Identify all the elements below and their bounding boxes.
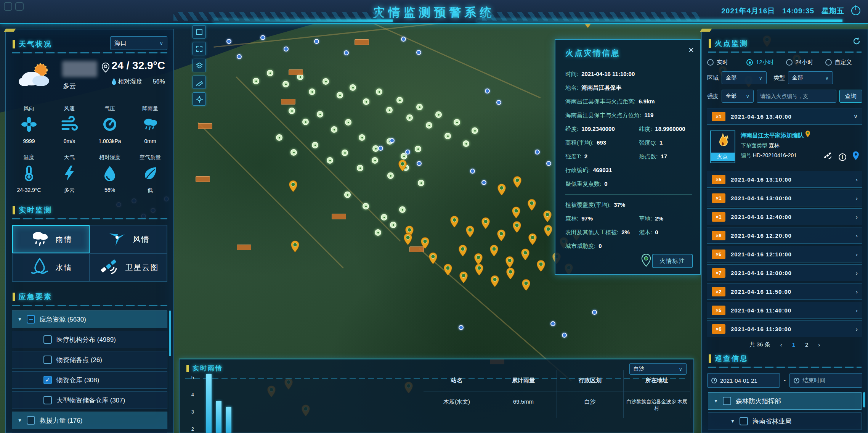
warehouse-pin-marker[interactable]: [290, 240, 300, 253]
chevron-right-icon[interactable]: ›: [856, 251, 858, 258]
chevron-right-icon[interactable]: ›: [856, 232, 858, 239]
monitor-station-marker[interactable]: [416, 104, 423, 110]
monitor-station-marker[interactable]: [317, 111, 323, 118]
power-icon[interactable]: [851, 6, 860, 15]
radio-自定义[interactable]: 自定义: [825, 59, 862, 66]
monitor-station-marker[interactable]: [363, 203, 369, 209]
scrollbar[interactable]: [169, 311, 171, 425]
monitor-station-marker[interactable]: [345, 119, 351, 126]
warehouse-pin-marker[interactable]: [450, 216, 459, 228]
satellite-icon[interactable]: [823, 151, 833, 163]
checkbox-unchecked[interactable]: [723, 397, 731, 405]
monitor-station-marker[interactable]: [381, 214, 387, 221]
monitor-station-marker[interactable]: [444, 133, 451, 139]
monitor-button-雨情[interactable]: 雨情: [12, 225, 90, 253]
chevron-right-icon[interactable]: ›: [856, 214, 858, 220]
radio-24小时[interactable]: 24小时: [786, 59, 823, 66]
poi-marker[interactable]: [485, 89, 490, 93]
info-icon[interactable]: i: [839, 153, 846, 161]
chevron-right-icon[interactable]: ›: [856, 195, 858, 201]
checkbox-unchecked[interactable]: [43, 356, 52, 364]
poi-marker[interactable]: [416, 50, 421, 55]
monitor-station-marker[interactable]: [372, 157, 378, 164]
tree-item[interactable]: ✓ 物资仓库 (308): [12, 371, 167, 389]
monitor-station-marker[interactable]: [309, 89, 315, 95]
monitor-station-marker[interactable]: [406, 114, 413, 121]
warehouse-pin-marker[interactable]: [512, 206, 521, 219]
warehouse-pin-marker[interactable]: [521, 248, 530, 261]
intensity-select[interactable]: 全部∨: [722, 90, 754, 103]
monitor-station-marker[interactable]: [376, 89, 382, 95]
monitor-station-marker[interactable]: [302, 119, 309, 125]
monitor-station-marker[interactable]: [290, 149, 297, 156]
tree-item[interactable]: ▼ 森林防火指挥部: [708, 392, 862, 410]
city-select[interactable]: 海口∨: [110, 36, 167, 50]
monitor-station-marker[interactable]: [426, 122, 432, 129]
app-icon-2[interactable]: [15, 2, 24, 11]
chevron-right-icon[interactable]: ›: [856, 326, 858, 332]
monitor-station-marker[interactable]: [276, 134, 282, 141]
monitor-station-marker[interactable]: [282, 81, 289, 87]
warehouse-pin-marker[interactable]: [398, 159, 407, 172]
measure-icon[interactable]: [193, 76, 206, 89]
monitor-station-marker[interactable]: [415, 146, 421, 152]
poi-marker[interactable]: [496, 100, 501, 105]
monitor-station-marker[interactable]: [253, 78, 259, 84]
warehouse-pin-marker[interactable]: [403, 233, 412, 245]
poi-marker[interactable]: [459, 325, 464, 330]
poi-marker[interactable]: [226, 39, 231, 44]
monitor-station-marker[interactable]: [435, 111, 442, 118]
fire-list-item[interactable]: ×5 2021-04-16 11:40:00 ›: [707, 302, 862, 319]
warehouse-pin-marker[interactable]: [528, 233, 537, 245]
poi-marker[interactable]: [562, 333, 567, 338]
monitor-station-marker[interactable]: [396, 97, 403, 103]
monitor-station-marker[interactable]: [289, 108, 295, 114]
poi-marker[interactable]: [401, 37, 406, 42]
checkbox-unchecked[interactable]: [43, 335, 52, 344]
poi-marker[interactable]: [481, 180, 486, 185]
fire-mark-button[interactable]: 火情标注: [652, 254, 693, 268]
poi-marker[interactable]: [390, 138, 395, 143]
monitor-station-marker[interactable]: [357, 165, 363, 171]
fire-list-item[interactable]: ×1 2021-04-16 13:40:00 ∨: [707, 108, 862, 125]
poi-marker[interactable]: [344, 50, 349, 55]
monitor-station-marker[interactable]: [322, 78, 329, 85]
region-select[interactable]: 全部∨: [722, 71, 767, 84]
rain-table-row[interactable]: 木屐(水文)69.5mm白沙白沙黎族自治县金波乡 木屐村: [424, 391, 690, 418]
monitor-station-marker[interactable]: [344, 192, 351, 198]
warehouse-pin-marker[interactable]: [443, 264, 452, 276]
warehouse-pin-marker[interactable]: [513, 176, 522, 188]
warehouse-pin-marker[interactable]: [289, 180, 298, 192]
locate-pin-icon[interactable]: [852, 151, 859, 163]
fire-list-item[interactable]: ×7 2021-04-16 12:00:00 ›: [707, 264, 862, 281]
poi-marker[interactable]: [470, 169, 475, 174]
type-select[interactable]: 全部∨: [788, 71, 833, 84]
poi-marker[interactable]: [550, 321, 555, 326]
fire-list-item[interactable]: ×6 2021-04-16 11:30:00 ›: [707, 320, 862, 337]
locate-icon[interactable]: [193, 92, 206, 106]
warehouse-pin-marker[interactable]: [543, 210, 552, 222]
close-icon[interactable]: ×: [688, 45, 694, 55]
fire-list-item[interactable]: ×1 2021-04-16 13:00:00 ›: [707, 190, 862, 206]
monitor-station-marker[interactable]: [399, 206, 406, 213]
warehouse-pin-marker[interactable]: [497, 229, 506, 241]
chevron-right-icon[interactable]: ›: [856, 288, 858, 295]
next-page-icon[interactable]: ›: [818, 341, 820, 348]
monitor-station-marker[interactable]: [342, 150, 348, 156]
poi-marker[interactable]: [592, 310, 597, 315]
warehouse-pin-marker[interactable]: [428, 252, 438, 264]
warehouse-pin-marker[interactable]: [521, 279, 531, 291]
checkbox-unchecked[interactable]: [43, 396, 52, 404]
tree-item[interactable]: 大型物资储备仓库 (307): [12, 391, 167, 409]
start-date-input[interactable]: 2021-04-01 21: [707, 373, 780, 388]
chevron-up-icon[interactable]: ∨: [854, 113, 858, 120]
warehouse-pin-marker[interactable]: [489, 245, 499, 257]
poi-marker[interactable]: [284, 47, 289, 52]
monitor-station-marker[interactable]: [375, 229, 381, 236]
monitor-button-卫星云图[interactable]: 卫星云图: [90, 253, 167, 282]
scrollbar[interactable]: [863, 392, 865, 433]
radio-实时[interactable]: 实时: [707, 59, 744, 66]
chevron-right-icon[interactable]: ›: [856, 270, 858, 276]
overview-map-icon[interactable]: [193, 25, 206, 39]
chevron-down-icon[interactable]: ▼: [730, 419, 735, 424]
